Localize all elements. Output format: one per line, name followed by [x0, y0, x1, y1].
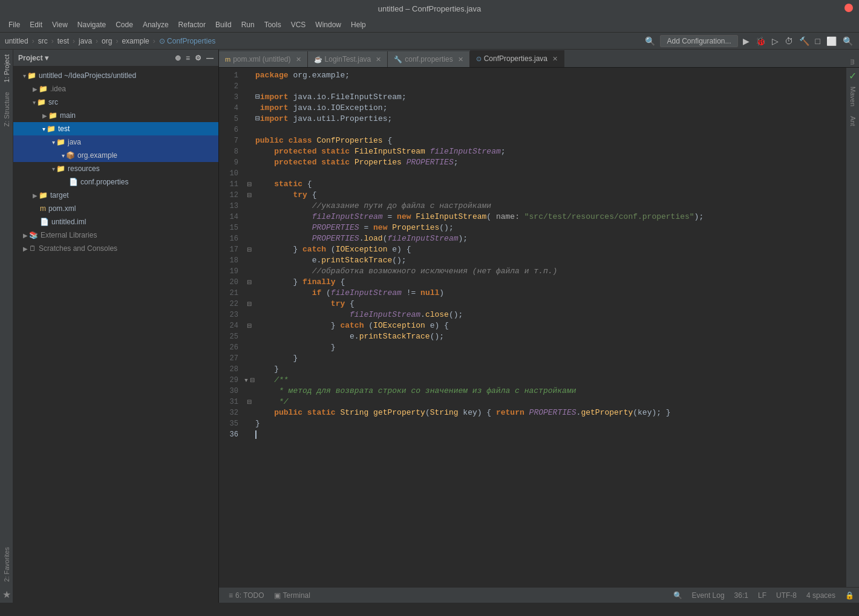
code-line-5: 5 ⊟import java.util.Properties;: [219, 114, 846, 125]
code-line-31: 31 ⊟ */: [219, 397, 846, 407]
search-everywhere-icon[interactable]: 🔍: [645, 36, 655, 46]
code-line-8: 8 protected static FileInputStream fileI…: [219, 146, 846, 157]
settings-icon[interactable]: 🔍: [843, 36, 853, 46]
todo-label: 6: TODO: [235, 591, 264, 600]
terminal-tab[interactable]: ▣ Terminal: [269, 590, 315, 601]
favorites-tab-left[interactable]: 2: Favorites: [1, 542, 13, 586]
settings-gear-icon[interactable]: ⚙: [195, 54, 201, 62]
tree-item-idea[interactable]: ▶ 📁 .idea: [13, 82, 218, 96]
code-line-26: 26 }: [219, 342, 846, 353]
maven-side-tab[interactable]: Maven: [847, 82, 859, 111]
tab-close-pom[interactable]: ✕: [296, 56, 301, 63]
tab-close-confprops[interactable]: ✕: [552, 55, 558, 63]
fold-29[interactable]: ▼: [244, 375, 249, 386]
structure-tab[interactable]: Z: Structure: [1, 87, 13, 131]
code-line-25: 25 e.printStackTrace();: [219, 331, 846, 342]
code-line-3: 3 ⊟import java.io.FileInputStream;: [219, 92, 846, 103]
menu-tools[interactable]: Tools: [261, 19, 285, 30]
menu-build[interactable]: Build: [212, 19, 235, 30]
fold-12[interactable]: ⊟: [247, 190, 252, 201]
menu-vcs[interactable]: VCS: [287, 19, 310, 30]
breadcrumb-src[interactable]: src: [38, 37, 48, 45]
breadcrumb-java[interactable]: java: [79, 37, 92, 45]
code-line-2: 2: [219, 81, 846, 92]
bookmark-icon[interactable]: □: [815, 36, 820, 46]
breadcrumb-org[interactable]: org: [102, 37, 112, 45]
close-button[interactable]: [844, 4, 853, 12]
fold-20[interactable]: ⊟: [247, 277, 252, 288]
tree-item-untitled-iml[interactable]: 📄 untitled.iml: [13, 215, 218, 229]
event-log[interactable]: Event Log: [692, 591, 725, 600]
menu-code[interactable]: Code: [112, 19, 137, 30]
git-icon: 🔒: [845, 591, 854, 600]
minimize-icon[interactable]: —: [206, 54, 214, 62]
tree-item-main[interactable]: ▶ 📁 main: [13, 109, 218, 122]
tab-conf-properties[interactable]: 🔧 conf.properties ✕: [388, 51, 469, 67]
tree-item-external-libs[interactable]: ▶ 📚 External Libraries: [13, 229, 218, 242]
todo-tab[interactable]: ≡ 6: TODO: [224, 590, 269, 601]
coverage-icon[interactable]: ▷: [772, 36, 779, 46]
menu-view[interactable]: View: [48, 19, 71, 30]
editor-tabs: m pom.xml (untitled) ✕ ☕ LoginTest.java …: [219, 50, 859, 68]
breadcrumb-test[interactable]: test: [57, 37, 69, 45]
tree-item-java[interactable]: ▾ 📁 java: [13, 135, 218, 149]
fold-17[interactable]: ⊟: [247, 244, 252, 255]
debug-icon[interactable]: 🐞: [756, 36, 766, 46]
tree-item-src[interactable]: ▾ 📁 src: [13, 96, 218, 109]
window-title: untitled – ConfProperties.java: [378, 4, 482, 13]
tree-item-scratches[interactable]: ▶ 🗒 Scratches and Consoles: [13, 242, 218, 255]
ant-side-tab[interactable]: Ant: [847, 111, 859, 131]
code-line-19: 19 //обработка возможного исключения (не…: [219, 266, 846, 277]
tab-pom-xml[interactable]: m pom.xml (untitled) ✕: [219, 51, 308, 67]
breadcrumb-untitled[interactable]: untitled: [5, 37, 28, 45]
todo-icon: ≡: [229, 591, 233, 600]
tab-close-login[interactable]: ✕: [376, 56, 381, 63]
code-line-14: 14 fileInputStream = new FileInputStream…: [219, 212, 846, 222]
maven-tab[interactable]: m: [847, 57, 859, 67]
code-line-11: 11 ⊟ static {: [219, 179, 846, 190]
menu-window[interactable]: Window: [312, 19, 345, 30]
tree-item-pom-xml[interactable]: m pom.xml: [13, 202, 218, 215]
breadcrumb-example[interactable]: example: [122, 37, 149, 45]
profile-icon[interactable]: ⏱: [785, 36, 793, 46]
tree-item-target[interactable]: ▶ 📁 target: [13, 189, 218, 202]
run-icon[interactable]: ▶: [743, 36, 750, 46]
menu-refactor[interactable]: Refactor: [175, 19, 209, 30]
main-area: 1: Project Z: Structure 2: Favorites ★ P…: [0, 50, 859, 603]
project-tab[interactable]: 1: Project: [1, 50, 13, 87]
star-icon[interactable]: ★: [0, 586, 13, 603]
collapse-icon[interactable]: ≡: [186, 54, 190, 62]
breadcrumb-confproperties[interactable]: ⊙ ConfProperties: [159, 37, 215, 45]
menu-analyze[interactable]: Analyze: [139, 19, 172, 30]
menu-edit[interactable]: Edit: [26, 19, 46, 30]
menu-file[interactable]: File: [5, 19, 24, 30]
tree-item-org-example[interactable]: ▾ 📦 org.example: [13, 149, 218, 162]
indent: 4 spaces: [806, 591, 835, 600]
fold-24[interactable]: ⊟: [247, 320, 252, 331]
fold-31[interactable]: ⊟: [247, 397, 252, 407]
search-status-icon: 🔍: [673, 591, 682, 600]
tab-close-conf[interactable]: ✕: [458, 56, 463, 63]
tab-conf-properties-java[interactable]: ⊙ ConfProperties.java ✕: [470, 50, 564, 67]
fold-11[interactable]: ⊟: [247, 179, 252, 190]
menu-help[interactable]: Help: [347, 19, 370, 30]
code-table: 1 package org.example; 2 3 ⊟import java.…: [219, 68, 846, 443]
search-icon[interactable]: ⬜: [826, 36, 837, 46]
build-icon[interactable]: 🔨: [799, 36, 809, 46]
tab-login-test[interactable]: ☕ LoginTest.java ✕: [308, 51, 388, 67]
menu-run[interactable]: Run: [238, 19, 258, 30]
nav-right: 🔍 Add Configuration... ▶ 🐞 ▷ ⏱ 🔨 □ ⬜ 🔍: [644, 35, 854, 47]
fold-29b[interactable]: ⊟: [250, 375, 255, 386]
code-container[interactable]: 1 package org.example; 2 3 ⊟import java.…: [219, 68, 846, 587]
tree-item-untitled[interactable]: ▾ 📁 untitled ~/IdeaProjects/untitled: [13, 69, 218, 82]
tree-item-test[interactable]: ▾ 📁 test: [13, 122, 218, 135]
tree-item-resources[interactable]: ▾ 📁 resources: [13, 162, 218, 175]
add-configuration-button[interactable]: Add Configuration...: [660, 35, 737, 47]
sync-icon[interactable]: ⊕: [175, 54, 181, 62]
code-line-18: 18 e.printStackTrace();: [219, 255, 846, 266]
project-panel-header: Project ▾ ⊕ ≡ ⚙ —: [13, 50, 218, 66]
tree-item-conf-properties[interactable]: 📄 conf.properties: [13, 175, 218, 189]
menu-navigate[interactable]: Navigate: [74, 19, 109, 30]
fold-22[interactable]: ⊟: [247, 299, 252, 310]
code-line-1: 1 package org.example;: [219, 70, 846, 81]
